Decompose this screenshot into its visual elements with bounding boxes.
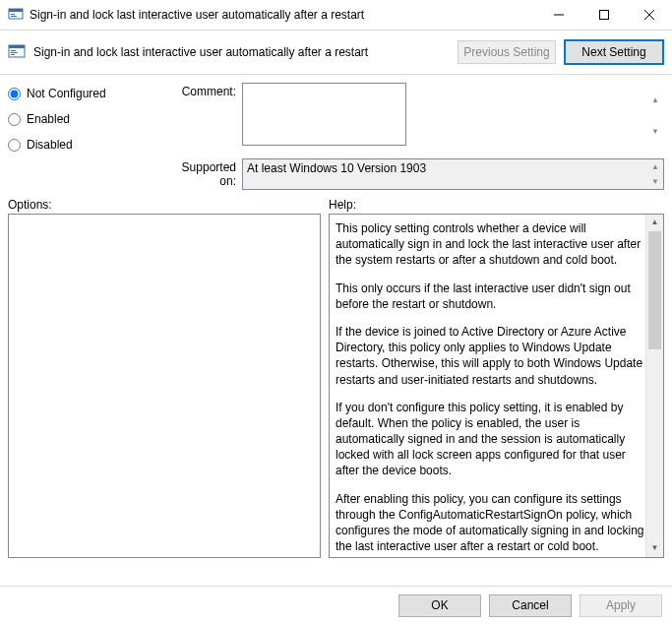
comment-scroll[interactable]: ▲ ▼ <box>647 84 663 148</box>
supported-on-value: At least Windows 10 Version 1903 <box>247 161 426 175</box>
radio-enabled[interactable]: Enabled <box>8 112 155 126</box>
section-labels: Options: Help: <box>0 190 672 214</box>
help-text: This policy setting controls whether a d… <box>336 220 645 269</box>
svg-rect-12 <box>11 54 15 55</box>
titlebar: Sign-in and lock last interactive user a… <box>0 0 672 31</box>
help-panel: This policy setting controls whether a d… <box>329 214 664 558</box>
next-setting-button[interactable]: Next Setting <box>564 39 664 65</box>
svg-rect-11 <box>11 52 18 53</box>
state-radios: Not Configured Enabled Disabled <box>8 83 155 190</box>
header: Sign-in and lock last interactive user a… <box>0 31 672 75</box>
radio-enabled-input[interactable] <box>8 113 21 126</box>
comment-row: Comment: ▲ ▼ <box>163 83 664 149</box>
svg-rect-9 <box>9 45 25 48</box>
supported-scroll[interactable]: ▲ ▼ <box>647 159 663 189</box>
app-icon <box>8 6 24 25</box>
chevron-down-icon: ▼ <box>647 174 663 189</box>
chevron-up-icon: ▲ <box>646 215 663 231</box>
previous-setting-button[interactable]: Previous Setting <box>458 40 556 64</box>
close-button[interactable] <box>627 0 672 30</box>
options-panel <box>8 214 321 558</box>
window-controls <box>536 0 672 30</box>
radio-enabled-label: Enabled <box>27 112 70 126</box>
header-icon <box>8 42 26 63</box>
help-text: If the device is joined to Active Direct… <box>336 324 645 388</box>
svg-rect-2 <box>11 14 15 15</box>
radio-not-configured-label: Not Configured <box>27 87 106 100</box>
svg-rect-5 <box>600 11 609 20</box>
titlebar-left: Sign-in and lock last interactive user a… <box>8 6 364 25</box>
svg-rect-3 <box>11 16 17 17</box>
help-label: Help: <box>329 198 664 212</box>
radio-disabled-input[interactable] <box>8 139 21 152</box>
supported-on-field: At least Windows 10 Version 1903 ▲ ▼ <box>242 158 664 190</box>
supported-row: Supported on: At least Windows 10 Versio… <box>163 158 664 190</box>
help-text: This only occurs if the last interactive… <box>336 281 645 312</box>
window-title: Sign-in and lock last interactive user a… <box>30 8 364 22</box>
chevron-down-icon: ▼ <box>647 116 663 149</box>
dialog-footer: OK Cancel Apply <box>0 586 672 624</box>
comment-label: Comment: <box>163 83 236 149</box>
help-text: After enabling this policy, you can conf… <box>336 491 645 555</box>
chevron-up-icon: ▲ <box>647 159 663 174</box>
policy-title: Sign-in and lock last interactive user a… <box>33 45 450 59</box>
radio-not-configured-input[interactable] <box>8 88 21 100</box>
radio-not-configured[interactable]: Not Configured <box>8 87 155 100</box>
minimize-button[interactable] <box>536 0 581 30</box>
policy-config-area: Not Configured Enabled Disabled Comment:… <box>0 75 672 190</box>
radio-disabled[interactable]: Disabled <box>8 138 155 152</box>
options-label: Options: <box>8 198 329 212</box>
maximize-button[interactable] <box>581 0 627 30</box>
supported-label: Supported on: <box>163 158 236 190</box>
apply-button[interactable]: Apply <box>580 594 662 617</box>
help-scrollbar[interactable]: ▲ ▼ <box>645 215 663 557</box>
svg-rect-10 <box>11 50 16 51</box>
comment-input[interactable] <box>242 83 406 146</box>
scrollbar-thumb[interactable] <box>648 231 661 349</box>
panels: This policy setting controls whether a d… <box>0 214 672 558</box>
help-text: If you don't configure this policy setti… <box>336 400 645 479</box>
svg-rect-1 <box>9 9 23 12</box>
metadata-fields: Comment: ▲ ▼ Supported on: At least Wind… <box>163 83 664 190</box>
chevron-up-icon: ▲ <box>647 84 663 116</box>
cancel-button[interactable]: Cancel <box>489 594 572 617</box>
chevron-down-icon: ▼ <box>646 540 663 557</box>
radio-disabled-label: Disabled <box>27 138 73 152</box>
ok-button[interactable]: OK <box>398 594 481 617</box>
